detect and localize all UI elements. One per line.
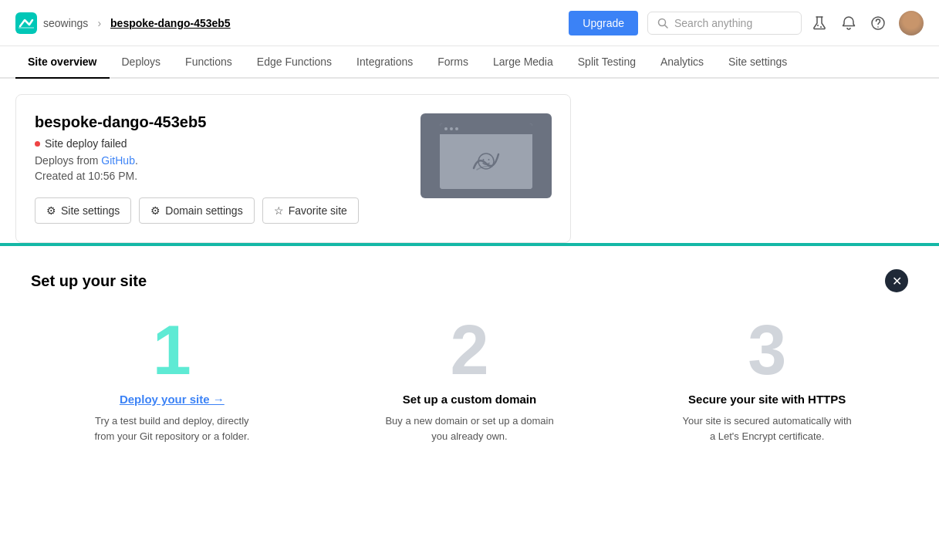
preview-body [440, 134, 532, 189]
step-number-1: 1 [153, 315, 191, 385]
step-title-3: Secure your site with HTTPS [688, 393, 846, 406]
preview-titlebar [440, 123, 532, 134]
logo-icon [15, 12, 37, 34]
upgrade-button[interactable]: Upgrade [569, 11, 638, 35]
logo-area: seowings › bespoke-dango-453eb5 [15, 12, 231, 34]
nav-tab-site-settings[interactable]: Site settings [716, 46, 799, 79]
action-buttons: ⚙Site settings⚙Domain settings☆Favorite … [35, 197, 405, 224]
setup-section: Set up your site ✕ 1Deploy your site →Tr… [0, 243, 939, 474]
nav-tab-site-overview[interactable]: Site overview [15, 46, 110, 79]
brand-name: seowings [43, 17, 88, 29]
favorite-site-button[interactable]: ☆Favorite site [262, 197, 359, 224]
site-settings-button[interactable]: ⚙Site settings [35, 197, 131, 224]
status-text: Site deploy failed [45, 137, 127, 150]
header: seowings › bespoke-dango-453eb5 Upgrade … [0, 0, 939, 46]
step-desc-1: Try a test build and deploy, directly fr… [87, 413, 257, 444]
status-dot [35, 141, 40, 147]
search-placeholder: Search anything [674, 17, 752, 29]
btn-label: Domain settings [165, 204, 242, 217]
deploy-source: Deploys from GitHub. [35, 154, 405, 167]
nav-tab-functions[interactable]: Functions [173, 46, 245, 79]
svg-point-4 [817, 25, 819, 26]
setup-step-1: 1Deploy your site →Try a test build and … [31, 315, 313, 444]
site-card-name: bespoke-dango-453eb5 [35, 113, 405, 131]
btn-icon: ⚙ [150, 204, 160, 217]
header-icons [811, 11, 924, 35]
help-icon[interactable] [870, 15, 887, 32]
lab-icon[interactable] [811, 15, 828, 32]
search-icon [657, 18, 668, 29]
step-desc-3: Your site is secured automatically with … [682, 413, 852, 444]
site-info: bespoke-dango-453eb5 Site deploy failed … [35, 113, 405, 224]
svg-point-5 [820, 26, 822, 28]
site-preview [421, 113, 552, 198]
avatar[interactable] [899, 11, 924, 35]
created-at: Created at 10:56 PM. [35, 170, 405, 182]
breadcrumb-site[interactable]: bespoke-dango-453eb5 [110, 17, 231, 29]
setup-title: Set up your site [31, 272, 147, 290]
deploy-source-prefix: Deploys from [35, 154, 98, 167]
btn-label: Site settings [61, 204, 120, 217]
step-desc-2: Buy a new domain or set up a domain you … [385, 413, 555, 444]
github-link[interactable]: GitHub [101, 154, 135, 167]
step-number-2: 2 [450, 315, 488, 385]
nav-tab-large-media[interactable]: Large Media [481, 46, 566, 79]
nav-tabs: Site overviewDeploysFunctionsEdge Functi… [0, 46, 939, 79]
svg-line-2 [665, 25, 668, 28]
nav-tab-analytics[interactable]: Analytics [648, 46, 716, 79]
svg-rect-0 [15, 12, 37, 34]
svg-point-9 [483, 159, 485, 160]
step-number-3: 3 [748, 315, 786, 385]
btn-icon: ⚙ [46, 204, 56, 217]
svg-point-7 [877, 26, 879, 28]
nav-tab-deploys[interactable]: Deploys [110, 46, 174, 79]
step-link-1[interactable]: Deploy your site → [120, 393, 225, 406]
nav-tab-integrations[interactable]: Integrations [344, 46, 425, 79]
search-bar[interactable]: Search anything [647, 12, 802, 35]
step-title-2: Set up a custom domain [403, 393, 536, 406]
main-content: bespoke-dango-453eb5 Site deploy failed … [0, 79, 939, 490]
btn-label: Favorite site [289, 204, 347, 217]
setup-step-2: 2Set up a custom domainBuy a new domain … [329, 315, 611, 444]
bell-icon[interactable] [840, 15, 857, 32]
close-setup-button[interactable]: ✕ [885, 269, 908, 292]
deploy-status: Site deploy failed [35, 137, 405, 150]
setup-step-3: 3Secure your site with HTTPSYour site is… [626, 315, 908, 444]
nav-tab-split-testing[interactable]: Split Testing [566, 46, 648, 79]
preview-dot-2 [450, 127, 453, 130]
preview-dot-3 [455, 127, 458, 130]
site-card: bespoke-dango-453eb5 Site deploy failed … [15, 94, 571, 243]
preview-dot-1 [444, 127, 448, 130]
preview-window [440, 123, 532, 189]
setup-header: Set up your site ✕ [31, 269, 908, 292]
breadcrumb-separator: › [97, 17, 101, 29]
nav-tab-forms[interactable]: Forms [425, 46, 481, 79]
svg-point-10 [488, 159, 490, 160]
nav-tab-edge-functions[interactable]: Edge Functions [245, 46, 344, 79]
btn-icon: ☆ [274, 204, 284, 217]
domain-settings-button[interactable]: ⚙Domain settings [139, 197, 254, 224]
setup-steps: 1Deploy your site →Try a test build and … [31, 315, 908, 444]
